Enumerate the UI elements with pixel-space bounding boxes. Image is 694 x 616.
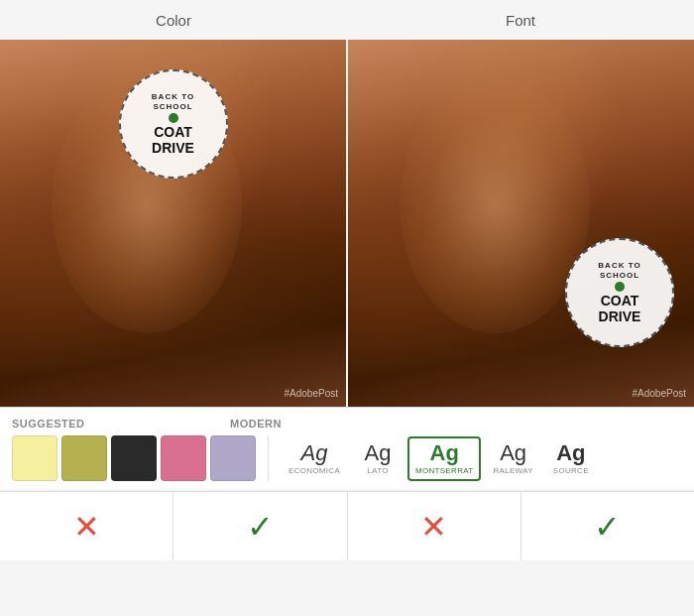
font-option-source[interactable]: Ag SOURCE: [545, 436, 597, 481]
tab-color[interactable]: Color: [0, 2, 347, 39]
options-section: SUGGESTED MODERN Ag ECONOMICA Ag LATO Ag…: [0, 407, 694, 489]
action-reject-1[interactable]: ✕: [0, 492, 174, 560]
right-badge-dot: [615, 282, 625, 292]
left-watermark: #AdobePost: [285, 388, 339, 399]
font-option-lato[interactable]: Ag LATO: [352, 436, 404, 481]
action-accept-1[interactable]: ✓: [174, 492, 347, 560]
accept-icon-2: ✓: [594, 508, 621, 546]
font-ag-economica: Ag: [301, 442, 328, 464]
font-option-economica[interactable]: Ag ECONOMICA: [281, 436, 348, 481]
font-ag-raleway: Ag: [500, 442, 526, 464]
header-tabs: Color Font: [0, 0, 694, 40]
right-badge: BACK TO SCHOOL COAT DRIVE: [565, 238, 674, 347]
left-badge: BACK TO SCHOOL COAT DRIVE: [119, 69, 228, 179]
images-row: BACK TO SCHOOL COAT DRIVE #AdobePost BAC…: [0, 40, 694, 407]
tab-font[interactable]: Font: [347, 2, 694, 39]
section-labels: SUGGESTED MODERN: [12, 418, 682, 430]
action-accept-2[interactable]: ✓: [521, 492, 694, 560]
right-photo: [348, 40, 694, 407]
right-badge-line3: COAT: [601, 294, 639, 308]
modern-label: MODERN: [230, 418, 682, 430]
font-label-source: SOURCE: [553, 466, 589, 475]
swatch-dark[interactable]: [111, 435, 157, 481]
swatch-olive[interactable]: [61, 435, 107, 481]
font-option-montserrat[interactable]: Ag MONTSERRAT: [407, 436, 481, 481]
font-label-economica: ECONOMICA: [289, 466, 340, 475]
left-image-panel[interactable]: BACK TO SCHOOL COAT DRIVE #AdobePost: [0, 40, 346, 407]
right-image-panel[interactable]: BACK TO SCHOOL COAT DRIVE #AdobePost: [346, 40, 694, 407]
right-badge-line1: BACK TO: [598, 261, 640, 271]
swatch-pink[interactable]: [161, 435, 206, 481]
font-ag-source: Ag: [556, 442, 585, 464]
suggested-label: SUGGESTED: [12, 418, 230, 430]
right-badge-line2: SCHOOL: [600, 271, 639, 281]
swatch-lavender[interactable]: [210, 435, 256, 481]
badge-line3: COAT: [154, 125, 192, 140]
swatch-yellow[interactable]: [12, 435, 58, 481]
action-reject-2[interactable]: ✕: [348, 492, 521, 560]
reject-icon-1: ✕: [73, 508, 100, 546]
right-watermark: #AdobePost: [633, 388, 687, 399]
badge-dot: [169, 113, 178, 123]
reject-icon-2: ✕: [420, 508, 447, 546]
font-ag-lato: Ag: [365, 442, 392, 464]
font-label-montserrat: MONTSERRAT: [415, 466, 473, 475]
badge-line4: DRIVE: [152, 141, 194, 156]
badge-line2: SCHOOL: [153, 102, 192, 112]
font-ag-montserrat: Ag: [430, 442, 459, 464]
badge-line1: BACK TO: [152, 92, 194, 102]
right-badge-line4: DRIVE: [599, 309, 641, 324]
action-bar: ✕ ✓ ✕ ✓: [0, 491, 694, 560]
font-option-raleway[interactable]: Ag RALEWAY: [485, 436, 540, 481]
accept-icon-1: ✓: [247, 508, 274, 546]
options-row: Ag ECONOMICA Ag LATO Ag MONTSERRAT Ag RA…: [12, 435, 682, 481]
font-label-lato: LATO: [367, 466, 388, 475]
font-label-raleway: RALEWAY: [493, 466, 532, 475]
section-divider: [268, 435, 269, 481]
